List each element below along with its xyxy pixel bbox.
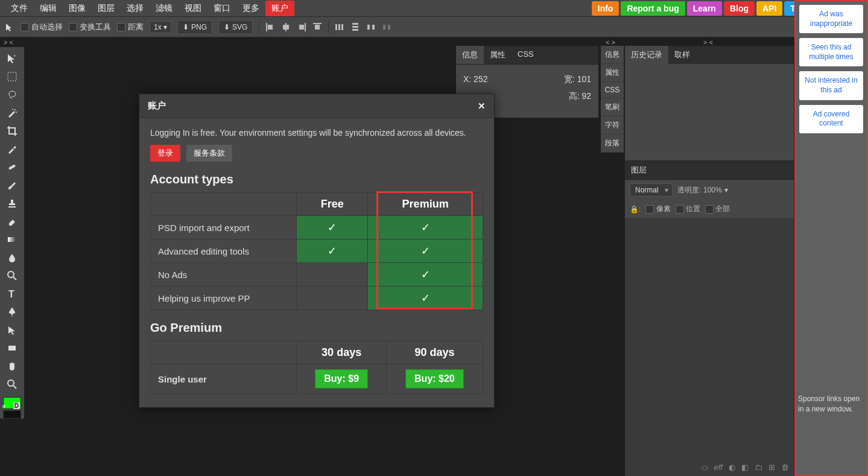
menu-select[interactable]: 选择 <box>121 1 150 16</box>
lock-position-checkbox[interactable] <box>676 205 684 214</box>
rstack-info[interactable]: 信息 <box>601 46 624 64</box>
export-svg-button[interactable]: ⬇SVG <box>218 20 253 34</box>
auto-select-checkbox[interactable] <box>21 23 29 31</box>
css-tab[interactable]: CSS <box>512 46 540 64</box>
tos-button[interactable]: 服务条款 <box>186 145 232 162</box>
opacity-value[interactable]: 100% <box>703 186 722 194</box>
panel-handle-mid[interactable]: < > <box>606 39 615 46</box>
panel-handle-left[interactable]: > < <box>4 39 13 46</box>
swatches-tab[interactable]: 取样 <box>668 46 696 64</box>
rstack-brush[interactable]: 笔刷 <box>601 98 624 116</box>
rstack-attr[interactable]: 属性 <box>601 64 624 82</box>
link-icon[interactable]: ⬭ <box>702 463 708 472</box>
tool-eraser[interactable] <box>1 212 23 230</box>
menu-file[interactable]: 文件 <box>5 1 34 16</box>
export-png-button[interactable]: ⬇PNG <box>177 20 212 34</box>
svg-rect-13 <box>352 29 358 31</box>
bg-swatch[interactable] <box>3 410 21 419</box>
svg-rect-9 <box>338 24 340 30</box>
tool-stamp[interactable] <box>1 194 23 212</box>
align-right-icon[interactable] <box>297 22 306 32</box>
new-layer-icon[interactable]: ⊞ <box>768 463 775 472</box>
menu-view[interactable]: 视图 <box>179 1 207 16</box>
tool-marquee[interactable] <box>1 68 23 86</box>
panel-handle-right[interactable]: > < <box>703 39 713 46</box>
menu-filter[interactable]: 滤镜 <box>150 1 179 16</box>
attr-tab[interactable]: 属性 <box>484 46 512 64</box>
transform-checkbox[interactable] <box>69 23 77 31</box>
right-panel-stack: 信息 属性 CSS 笔刷 字符 段落 <box>601 46 624 153</box>
fx-icon[interactable]: eff <box>714 463 723 472</box>
chevron-down-icon[interactable]: ▾ <box>724 186 728 194</box>
rstack-para[interactable]: 段落 <box>601 135 624 153</box>
distribute-spacing-icon[interactable] <box>366 22 376 32</box>
blend-mode-select[interactable]: Normal <box>630 183 673 197</box>
ad-option-inappropriate[interactable]: Ad was inappropriate <box>799 5 863 33</box>
tool-dodge[interactable] <box>1 267 23 285</box>
tool-lasso[interactable] <box>1 86 23 104</box>
rstack-css[interactable]: CSS <box>601 82 624 98</box>
align-top-icon[interactable] <box>312 22 322 32</box>
tool-hand[interactable] <box>1 357 23 375</box>
tool-crop[interactable] <box>1 122 23 140</box>
top-info-button[interactable]: Info <box>592 1 619 16</box>
close-icon[interactable]: ✕ <box>478 101 486 112</box>
history-tab[interactable]: 历史记录 <box>625 46 668 64</box>
mask-icon[interactable]: ◐ <box>729 463 735 472</box>
opacity-label: 透明度: <box>677 185 701 195</box>
distribute-h-icon[interactable] <box>335 22 344 32</box>
tool-wand[interactable] <box>1 104 23 122</box>
svg-line-26 <box>13 277 16 280</box>
svg-rect-4 <box>305 23 306 31</box>
top-learn-button[interactable]: Learn <box>687 1 722 16</box>
ad-option-multiple[interactable]: Seen this ad multiple times <box>799 38 863 66</box>
svg-rect-6 <box>313 23 322 24</box>
tool-zoom[interactable] <box>1 375 23 393</box>
svg-rect-8 <box>335 24 337 30</box>
ad-option-not-interested[interactable]: Not interested in this ad <box>799 71 863 100</box>
svg-text:+: + <box>13 53 16 59</box>
row-label: Helping us improve PP <box>151 287 297 310</box>
menu-window[interactable]: 窗口 <box>207 1 236 16</box>
folder-icon[interactable]: 🗀 <box>755 463 762 472</box>
tool-brush[interactable] <box>1 176 23 194</box>
trash-icon[interactable]: 🗑 <box>781 463 789 472</box>
top-blog-button[interactable]: Blog <box>724 1 755 16</box>
tool-gradient[interactable] <box>1 230 23 249</box>
zoom-select[interactable]: 1x ▾ <box>150 21 171 33</box>
menu-account[interactable]: 账户 <box>265 1 294 16</box>
distribute-more-icon[interactable] <box>382 22 391 32</box>
check-icon: ✓ <box>297 240 368 263</box>
table-row: No Ads ✓ <box>151 263 483 287</box>
info-tab[interactable]: 信息 <box>456 46 484 64</box>
tool-text[interactable]: T <box>1 285 23 303</box>
align-left-icon[interactable] <box>265 22 275 32</box>
tool-shape[interactable] <box>1 339 23 357</box>
align-center-h-icon[interactable] <box>281 22 291 32</box>
rstack-char[interactable]: 字符 <box>601 116 624 135</box>
top-bug-button[interactable]: Report a bug <box>621 1 685 16</box>
distribute-v-icon[interactable] <box>350 22 360 32</box>
menu-edit[interactable]: 编辑 <box>34 1 63 16</box>
distance-label: 距离 <box>128 22 144 31</box>
color-swatch[interactable]: #D <box>3 397 21 409</box>
tool-eyedropper[interactable] <box>1 140 23 158</box>
tool-heal[interactable] <box>1 158 23 176</box>
lock-all-checkbox[interactable] <box>705 205 714 214</box>
tool-path-select[interactable] <box>1 321 23 339</box>
tool-blur[interactable] <box>1 249 23 267</box>
menu-more[interactable]: 更多 <box>236 1 265 16</box>
adjustment-icon[interactable]: ◧ <box>741 463 749 472</box>
login-button[interactable]: 登录 <box>150 145 180 162</box>
distance-checkbox[interactable] <box>117 23 125 31</box>
info-x: X: 252 <box>463 74 487 85</box>
top-api-button[interactable]: API <box>756 1 782 16</box>
buy-90-button[interactable]: Buy: $20 <box>405 369 464 389</box>
tool-pen[interactable] <box>1 303 23 321</box>
ad-option-covered[interactable]: Ad covered content <box>799 105 863 133</box>
tool-move[interactable]: + <box>1 49 23 68</box>
menu-layer[interactable]: 图层 <box>92 1 121 16</box>
lock-pixels-checkbox[interactable] <box>645 205 654 214</box>
buy-30-button[interactable]: Buy: $9 <box>315 369 368 389</box>
menu-image[interactable]: 图像 <box>63 1 92 16</box>
